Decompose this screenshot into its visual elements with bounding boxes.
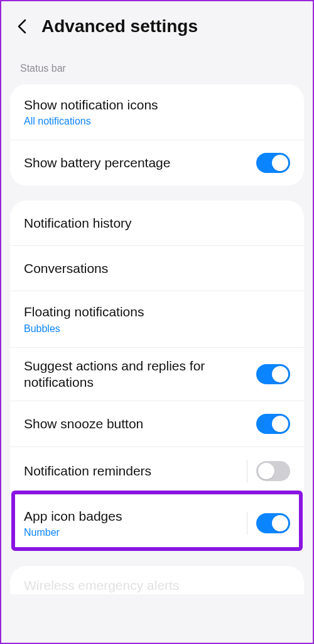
row-subtitle: Bubbles: [24, 323, 283, 335]
section-label-status-bar: Status bar: [1, 45, 313, 80]
row-title: Wireless emergency alerts: [24, 577, 290, 594]
card-main: Notification history Conversations Float…: [10, 201, 304, 551]
row-floating-notifications[interactable]: Floating notifications Bubbles: [10, 291, 304, 347]
row-title: Show snooze button: [24, 416, 249, 432]
row-show-snooze-button[interactable]: Show snooze button: [10, 401, 304, 447]
row-subtitle: Number: [24, 527, 239, 538]
card-status-bar: Show notification icons All notification…: [10, 84, 304, 186]
row-title: Notification reminders: [24, 463, 239, 479]
row-conversations[interactable]: Conversations: [10, 246, 304, 291]
row-notification-history[interactable]: Notification history: [10, 201, 304, 246]
page-title: Advanced settings: [41, 16, 198, 36]
row-subtitle: All notifications: [24, 116, 283, 127]
toggle-app-icon-badges[interactable]: [256, 513, 290, 533]
row-title: Conversations: [24, 260, 283, 277]
row-show-battery-percentage[interactable]: Show battery percentage: [10, 140, 304, 186]
row-show-notification-icons[interactable]: Show notification icons All notification…: [10, 84, 304, 140]
row-title: App icon badges: [24, 508, 239, 525]
row-title: Show notification icons: [24, 97, 283, 113]
header: Advanced settings: [1, 1, 313, 45]
row-title: Suggest actions and replies for notifica…: [24, 358, 249, 391]
row-title: Floating notifications: [24, 304, 283, 320]
divider: [247, 512, 247, 535]
row-app-icon-badges[interactable]: App icon badges Number: [10, 496, 304, 551]
divider: [247, 460, 247, 482]
toggle-suggest-actions[interactable]: [256, 364, 290, 384]
row-title: Notification history: [24, 215, 283, 231]
card-cutoff: Wireless emergency alerts: [10, 566, 304, 594]
row-notification-reminders[interactable]: Notification reminders: [10, 447, 304, 496]
toggle-show-battery-percentage[interactable]: [256, 153, 290, 173]
row-title: Show battery percentage: [24, 155, 249, 171]
toggle-notification-reminders[interactable]: [256, 461, 290, 481]
row-suggest-actions[interactable]: Suggest actions and replies for notifica…: [10, 348, 304, 402]
toggle-show-snooze-button[interactable]: [256, 414, 290, 434]
back-icon[interactable]: [14, 18, 31, 35]
